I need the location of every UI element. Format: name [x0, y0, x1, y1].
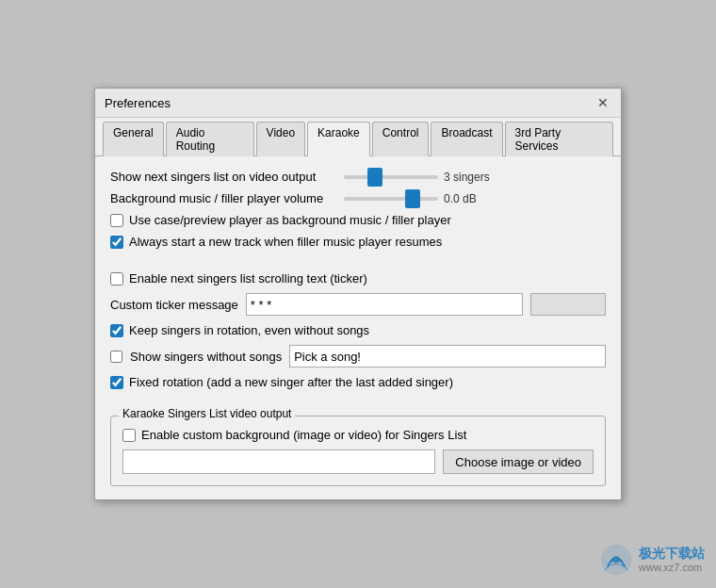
check5-label[interactable]: Show singers without songs — [130, 350, 282, 364]
group-legend: Karaoke Singers List video output — [119, 407, 295, 420]
check2-row: Always start a new track when filler mus… — [110, 235, 606, 249]
enable-ticker-checkbox[interactable] — [110, 272, 123, 286]
check7-label[interactable]: Enable custom background (image or video… — [141, 428, 466, 442]
watermark-text: 极光下载站 www.xz7.com — [639, 546, 705, 574]
tab-broadcast[interactable]: Broadcast — [431, 122, 502, 156]
show-singers-without-songs-checkbox[interactable] — [110, 351, 122, 363]
check1-row: Use case/preview player as background mu… — [110, 213, 606, 227]
check1-label[interactable]: Use case/preview player as background mu… — [129, 213, 451, 227]
tab-audio-routing[interactable]: Audio Routing — [166, 122, 254, 156]
next-singers-value: 3 singers — [444, 171, 491, 184]
watermark-logo-icon — [599, 543, 633, 577]
chosen-file-display — [122, 449, 435, 474]
ticker-row: Custom ticker message — [110, 293, 606, 316]
tab-control[interactable]: Control — [372, 122, 430, 156]
check3-label[interactable]: Enable next singers list scrolling text … — [129, 271, 367, 286]
singers-list-group: Karaoke Singers List video output Enable… — [110, 416, 606, 486]
bg-music-slider-container: 0.0 dB — [344, 192, 491, 205]
tab-general[interactable]: General — [103, 122, 164, 156]
bg-music-label: Background music / filler player volume — [110, 191, 336, 205]
watermark-url: www.xz7.com — [639, 562, 705, 574]
next-singers-slider-container: 3 singers — [344, 171, 491, 184]
check2-label[interactable]: Always start a new track when filler mus… — [129, 235, 442, 249]
choose-file-row: Choose image or video — [122, 449, 594, 474]
tab-video[interactable]: Video — [256, 122, 305, 156]
watermark-brand: 极光下载站 — [639, 546, 705, 562]
preferences-window: Preferences ✕ General Audio Routing Vide… — [94, 88, 622, 500]
bg-music-value: 0.0 dB — [444, 192, 491, 205]
next-singers-label: Show next singers list on video output — [110, 170, 336, 184]
pick-a-song-input[interactable] — [289, 345, 606, 368]
check6-label[interactable]: Fixed rotation (add a new singer after t… — [129, 375, 453, 389]
ticker-color-button[interactable] — [530, 293, 606, 316]
check3-row: Enable next singers list scrolling text … — [110, 271, 606, 286]
tab-content: Show next singers list on video output 3… — [95, 156, 621, 499]
ticker-input[interactable] — [246, 293, 523, 316]
fixed-rotation-checkbox[interactable] — [110, 376, 123, 389]
group-content: Enable custom background (image or video… — [122, 428, 594, 474]
choose-image-video-button[interactable]: Choose image or video — [443, 449, 594, 474]
next-singers-slider[interactable] — [344, 175, 438, 179]
bg-music-slider[interactable] — [344, 197, 438, 201]
check4-label[interactable]: Keep singers in rotation, even without s… — [129, 323, 369, 337]
divider2 — [110, 397, 606, 404]
svg-point-1 — [612, 556, 619, 563]
tab-bar: General Audio Routing Video Karaoke Cont… — [95, 118, 621, 156]
title-bar: Preferences ✕ — [95, 89, 621, 118]
bg-music-row: Background music / filler player volume … — [110, 191, 606, 205]
next-singers-row: Show next singers list on video output 3… — [110, 170, 606, 184]
enable-custom-bg-checkbox[interactable] — [122, 429, 136, 442]
watermark: 极光下载站 www.xz7.com — [599, 543, 705, 577]
check7-row: Enable custom background (image or video… — [122, 428, 594, 442]
ticker-label: Custom ticker message — [110, 298, 238, 312]
check6-row: Fixed rotation (add a new singer after t… — [110, 375, 606, 389]
close-button[interactable]: ✕ — [594, 94, 611, 111]
keep-singers-rotation-checkbox[interactable] — [110, 324, 123, 337]
window-title: Preferences — [105, 96, 171, 110]
check4-row: Keep singers in rotation, even without s… — [110, 323, 606, 337]
tab-karaoke[interactable]: Karaoke — [307, 122, 370, 156]
tab-3rd-party[interactable]: 3rd Party Services — [505, 122, 614, 156]
always-new-track-checkbox[interactable] — [110, 236, 123, 249]
use-preview-player-checkbox[interactable] — [110, 214, 123, 227]
show-singers-row: Show singers without songs — [110, 345, 606, 368]
divider1 — [110, 256, 606, 264]
